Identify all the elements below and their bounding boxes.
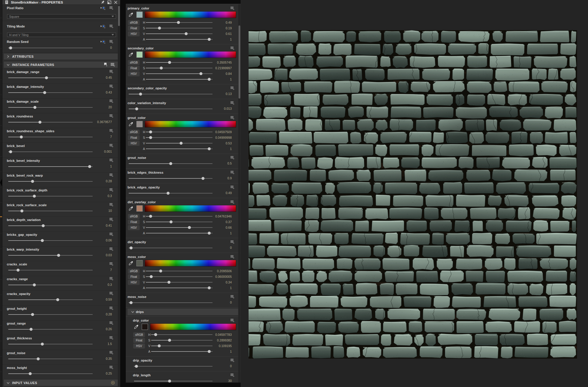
parameter-menu-icon[interactable]	[109, 70, 114, 73]
parameter-menu-icon[interactable]	[109, 233, 114, 236]
param-slider[interactable]	[129, 191, 212, 195]
hue-ramp[interactable]	[145, 121, 236, 128]
color-mode-button[interactable]: HSV	[128, 225, 140, 230]
channel-slider[interactable]	[146, 286, 212, 289]
color-swatch[interactable]	[136, 205, 143, 212]
channel-slider[interactable]	[146, 269, 212, 272]
param-value[interactable]: 20	[108, 105, 112, 109]
parameter-menu-icon[interactable]	[109, 173, 114, 177]
slider-handle[interactable]	[57, 254, 60, 257]
add-input-icon[interactable]	[111, 381, 115, 385]
parameter-menu-icon[interactable]	[109, 351, 114, 354]
param-value[interactable]: 7	[110, 135, 112, 138]
parameter-menu-icon[interactable]	[109, 188, 114, 192]
channel-slider[interactable]	[146, 61, 212, 64]
parameter-menu-icon[interactable]	[109, 307, 114, 310]
channel-slider[interactable]	[146, 78, 212, 81]
slider-handle[interactable]	[168, 339, 171, 342]
param-value[interactable]: 0.13	[226, 92, 232, 96]
color-mode-button[interactable]: HSV	[133, 344, 145, 349]
slider-handle[interactable]	[33, 195, 36, 198]
slider-handle[interactable]	[167, 192, 170, 195]
param-slider[interactable]	[8, 180, 93, 183]
param-dropdown[interactable]: Square	[7, 14, 116, 19]
param-slider[interactable]	[8, 239, 93, 242]
channel-slider[interactable]	[146, 66, 212, 70]
slider-track[interactable]	[146, 276, 212, 277]
param-slider[interactable]	[8, 313, 93, 316]
channel-value[interactable]: 0.49	[226, 21, 232, 24]
color-mode-button[interactable]: Float	[128, 66, 140, 71]
param-value[interactable]: 0.001	[104, 150, 112, 153]
slider-handle[interactable]	[168, 380, 171, 383]
color-mode-button[interactable]: HSV	[128, 71, 140, 76]
slider-handle[interactable]	[169, 162, 172, 165]
channel-value[interactable]: 0.3505745	[217, 61, 232, 64]
param-slider[interactable]	[8, 120, 93, 124]
eyedropper-icon[interactable]	[128, 261, 133, 266]
parameter-menu-icon[interactable]	[109, 114, 114, 118]
param-slider[interactable]	[134, 365, 212, 368]
slider-handle[interactable]	[29, 372, 32, 375]
slider-handle[interactable]	[149, 130, 152, 133]
section-header-instance-parameters[interactable]: INSTANCE PARAMETERS	[4, 62, 120, 68]
slider-handle[interactable]	[158, 27, 161, 30]
slider-handle[interactable]	[30, 328, 33, 331]
channel-slider[interactable]	[146, 32, 212, 35]
slider-handle[interactable]	[38, 121, 41, 124]
channel-value[interactable]: 0.06000005	[215, 275, 232, 278]
channel-value[interactable]: 0.109195	[219, 344, 232, 348]
color-mode-button[interactable]: sRGB	[128, 269, 140, 274]
parameter-menu-icon[interactable]	[230, 46, 235, 50]
slider-track[interactable]	[151, 334, 212, 335]
parameter-menu-icon[interactable]	[109, 247, 114, 251]
param-value[interactable]: 0	[230, 301, 232, 304]
parameter-menu-icon[interactable]	[230, 373, 235, 377]
channel-slider[interactable]	[146, 141, 212, 145]
channel-slider[interactable]	[146, 147, 212, 150]
param-value[interactable]: 1.5	[107, 342, 112, 346]
channel-value[interactable]: 0.04761946	[215, 215, 232, 218]
slider-track[interactable]	[146, 216, 212, 217]
slider-track[interactable]	[134, 366, 212, 367]
param-value[interactable]: 0	[110, 46, 112, 49]
slider-track[interactable]	[129, 302, 212, 303]
parameter-menu-icon[interactable]	[109, 277, 114, 280]
channel-slider[interactable]	[146, 226, 212, 229]
slider-handle[interactable]	[185, 32, 188, 35]
param-value[interactable]: 0	[230, 364, 232, 368]
param-slider[interactable]	[8, 372, 93, 375]
eyedropper-icon[interactable]	[134, 324, 139, 329]
slider-handle[interactable]	[45, 76, 48, 79]
channel-value[interactable]: 0.84	[226, 72, 232, 75]
eyedropper-icon[interactable]	[128, 52, 133, 57]
parameter-menu-icon[interactable]	[230, 101, 235, 105]
param-slider[interactable]	[134, 379, 212, 383]
parameter-menu-icon[interactable]	[109, 6, 114, 10]
slider-track[interactable]	[8, 48, 93, 48]
parameter-menu-icon[interactable]	[109, 99, 114, 103]
slider-handle[interactable]	[158, 344, 161, 347]
channel-value[interactable]: 0.19	[226, 26, 232, 30]
channel-value[interactable]: 1	[230, 286, 232, 290]
channel-value[interactable]: 0.66	[226, 226, 232, 229]
group-header-drips[interactable]: drips	[128, 309, 239, 315]
slider-track[interactable]	[146, 132, 212, 132]
channel-slider[interactable]	[146, 275, 212, 278]
channel-slider[interactable]	[146, 26, 212, 30]
parameter-menu-icon[interactable]	[230, 255, 235, 259]
slider-handle[interactable]	[135, 107, 138, 110]
channel-slider[interactable]	[146, 38, 212, 41]
channel-slider[interactable]	[146, 21, 212, 24]
parameter-menu-icon[interactable]	[109, 203, 114, 207]
parameter-menu-icon[interactable]	[109, 366, 114, 369]
slider-handle[interactable]	[56, 298, 59, 301]
slider-handle[interactable]	[208, 232, 211, 235]
slider-handle[interactable]	[208, 38, 211, 41]
param-slider[interactable]	[129, 162, 212, 165]
slider-handle[interactable]	[41, 343, 44, 346]
channel-value[interactable]: 0.2095506	[217, 269, 232, 273]
slider-track[interactable]	[8, 151, 93, 152]
param-value[interactable]: 0.41	[106, 224, 112, 227]
channel-value[interactable]: 1	[230, 78, 232, 81]
